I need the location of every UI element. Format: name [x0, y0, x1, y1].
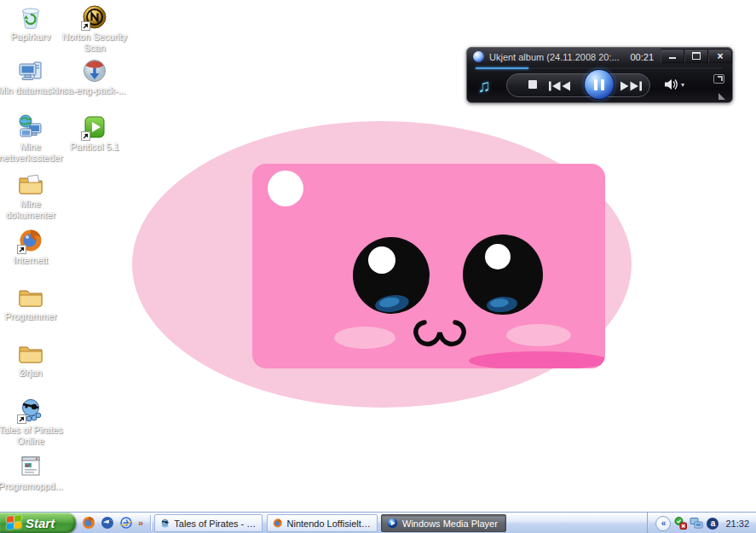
quick-launch-firefox[interactable] — [81, 515, 95, 530]
desktop: Papirkurv Min datamaskin — [0, 0, 756, 533]
internet-explorer-icon — [119, 516, 133, 530]
music-note-icon: ♫ — [477, 76, 491, 96]
desktop-icon-sa-eng-pack[interactable]: sa-eng-pack-... — [61, 57, 128, 96]
system-tray: « a 21:32 — [647, 513, 756, 533]
taskbutton-label: Tales of Pirates - Par... — [174, 519, 257, 529]
maximize-icon — [692, 52, 701, 60]
firefox-icon — [82, 516, 95, 530]
octopus-pirate-icon — [160, 518, 170, 529]
desktop-icon-tales-of-pirates[interactable]: Tales of Pirates Online — [0, 397, 64, 446]
wmp-logo-icon — [473, 51, 484, 62]
desktop-icon-mine-dokumenter[interactable]: Mine dokumenter — [0, 171, 64, 220]
windows-media-player-window: Ukjent album (24.11.2008 20:... 00:21 × … — [466, 47, 733, 103]
taskbutton-nintendo-firefox[interactable]: Nintendo Loffisielt - . . . — [267, 514, 378, 532]
speaker-icon — [664, 78, 678, 90]
taskbar-divider — [150, 515, 151, 530]
hide-inactive-icons-button[interactable]: « — [655, 516, 671, 531]
globe-installer-icon — [81, 57, 108, 84]
taskbutton-windows-media-player[interactable]: Windows Media Player — [381, 514, 506, 532]
wmp-track-title: Ukjent album (24.11.2008 20:... — [489, 52, 626, 62]
a-letter-icon: a — [707, 518, 718, 530]
desktop-icon-label: sa-eng-pack-... — [63, 85, 125, 96]
volume-caret-icon: ▾ — [681, 81, 684, 89]
octopus-pirate-icon — [17, 397, 44, 424]
network-places-icon — [17, 113, 44, 141]
close-button[interactable]: × — [708, 49, 732, 63]
desktop-icon-label: Programoppd... — [0, 481, 63, 492]
wmp-elapsed-time: 00:21 — [630, 52, 654, 62]
desktop-icon-mine-nettverkssteder[interactable]: Mine nettverkssteder — [0, 113, 64, 163]
firefox-icon — [273, 518, 283, 529]
desktop-icon-programoppd[interactable]: Programoppd... — [0, 453, 64, 492]
desktop-icon-norton[interactable]: Norton Security Scan — [61, 3, 128, 53]
desktop-icon-label: Programmer — [4, 311, 56, 322]
desktop-icon-label: Min datamaskin — [0, 85, 64, 96]
start-button[interactable]: Start — [0, 513, 76, 533]
my-computer-icon — [17, 57, 44, 84]
close-icon: × — [717, 51, 723, 61]
recycle-bin-icon — [17, 3, 44, 31]
pause-icon — [601, 79, 604, 90]
wmp-title-bar[interactable]: Ukjent album (24.11.2008 20:... 00:21 × — [467, 48, 732, 65]
desktop-icon-orjan[interactable]: Ørjan — [0, 339, 64, 379]
desktop-icon-label: Tales of Pirates Online — [0, 425, 64, 446]
desktop-icon-label: Norton Security Scan — [61, 32, 128, 53]
desktop-icon-label: Panticol 5.1 — [70, 142, 118, 153]
firefox-icon — [17, 227, 44, 254]
desktop-icon-label: Mine dokumenter — [0, 199, 64, 220]
quick-launch: » — [81, 515, 143, 530]
documents-folder-icon — [17, 171, 44, 198]
maximize-button[interactable] — [684, 49, 708, 63]
folder-icon — [17, 339, 44, 367]
taskbutton-label: Nintendo Loffisielt - . . . — [287, 519, 372, 529]
quick-launch-overflow-chevron[interactable]: » — [138, 518, 143, 528]
taskbar-clock: 21:32 — [725, 519, 749, 529]
wmp-icon — [387, 518, 398, 529]
resize-grip[interactable] — [718, 93, 725, 100]
taskbutton-tales-of-pirates[interactable]: Tales of Pirates - Par... — [154, 514, 263, 532]
stop-button[interactable] — [528, 80, 537, 89]
shortcut-arrow-badge — [81, 21, 90, 31]
desktop-icon-label: Mine nettverkssteder — [0, 142, 64, 163]
folder-icon — [17, 283, 44, 310]
pause-button[interactable] — [584, 69, 615, 100]
minimize-icon — [669, 57, 676, 59]
taskbutton-label: Windows Media Player — [402, 519, 498, 529]
previous-button[interactable] — [548, 79, 572, 95]
tray-a-icon[interactable]: a — [706, 517, 719, 530]
start-button-label: Start — [26, 516, 55, 530]
desktop-icon-label: Papirkurv — [11, 32, 50, 43]
wmp-seek-progress — [476, 67, 528, 69]
switch-to-full-mode-button[interactable] — [713, 74, 724, 84]
next-button[interactable] — [619, 79, 643, 95]
green-play-icon — [81, 113, 108, 141]
quick-launch-thunderbird[interactable] — [100, 515, 114, 530]
volume-button[interactable]: ▾ — [664, 78, 684, 90]
tray-status-icon[interactable] — [673, 517, 687, 530]
shortcut-arrow-badge — [17, 414, 26, 424]
shortcut-arrow-badge — [81, 131, 90, 141]
desktop-icon-label: Ørjan — [20, 368, 43, 379]
norton-icon — [81, 3, 108, 31]
quick-launch-internet-explorer[interactable] — [118, 515, 133, 530]
program-window-icon — [17, 453, 44, 480]
tray-network-icon[interactable] — [690, 517, 703, 530]
desktop-icon-internett[interactable]: Internett — [0, 227, 64, 266]
minimize-button[interactable] — [661, 49, 684, 63]
desktop-icon-papirkurv[interactable]: Papirkurv — [0, 3, 64, 43]
desktop-icon-min-datamaskin[interactable]: Min datamaskin — [0, 57, 64, 96]
desktop-icon-programmer[interactable]: Programmer — [0, 283, 64, 322]
pause-icon — [594, 79, 597, 90]
thunderbird-icon — [101, 516, 114, 530]
tray-divider — [647, 513, 649, 533]
shortcut-arrow-badge — [17, 245, 26, 254]
taskbar: Start » — [0, 512, 756, 533]
desktop-icon-panticol[interactable]: Panticol 5.1 — [61, 113, 128, 153]
desktop-icon-label: Internett — [14, 255, 48, 266]
windows-flag-icon — [7, 515, 21, 530]
